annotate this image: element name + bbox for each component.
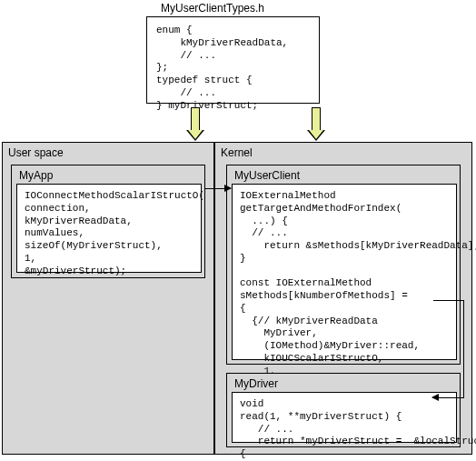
header-file-label: MyUserClientTypes.h xyxy=(161,2,264,15)
arrow-header-to-userspace xyxy=(188,107,203,140)
myapp-codebox: IOConnectMethodScalarIStructO( connectio… xyxy=(16,184,202,273)
arrow-app-to-userclient xyxy=(205,188,231,189)
myuserclient-panel: MyUserClient IOExternalMethod getTargetA… xyxy=(226,165,461,365)
userspace-label: User space xyxy=(8,146,64,159)
mydriver-codebox: void read(1, **myDriverStruct) { // ... … xyxy=(232,392,457,443)
myuserclient-label: MyUserClient xyxy=(234,169,300,182)
header-file-box: enum { kMyDriverReadData, // ... }; type… xyxy=(146,16,320,104)
myuserclient-codebox: IOExternalMethod getTargetAndMethodForIn… xyxy=(232,184,457,360)
mydriver-panel: MyDriver void read(1, **myDriverStruct) … xyxy=(226,373,461,447)
kernel-label: Kernel xyxy=(221,146,253,159)
header-file-code: enum { kMyDriverReadData, // ... }; type… xyxy=(156,25,310,112)
connector-uc-vert xyxy=(463,300,464,398)
mydriver-code: void read(1, **myDriverStruct) { // ... … xyxy=(240,398,449,461)
mydriver-label: MyDriver xyxy=(234,377,278,390)
arrow-header-to-kernel xyxy=(309,107,323,140)
myapp-panel: MyApp IOConnectMethodScalarIStructO( con… xyxy=(11,165,205,278)
connector-uc-out xyxy=(433,300,463,301)
arrow-uc-to-driver xyxy=(432,397,464,398)
myapp-code: IOConnectMethodScalarIStructO( connectio… xyxy=(25,190,193,277)
myapp-label: MyApp xyxy=(19,169,53,182)
